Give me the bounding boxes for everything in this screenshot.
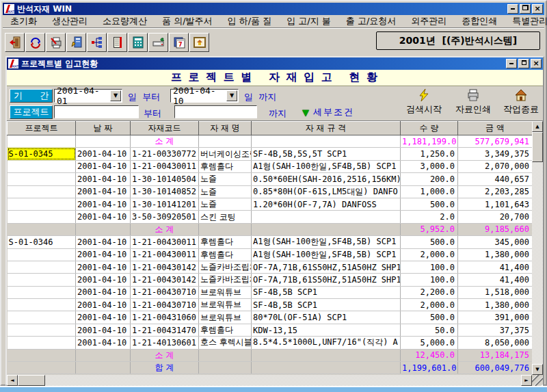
horizontal-scroll-thumb[interactable] [18,375,45,386]
project-from-input[interactable] [54,105,139,118]
cell-date[interactable] [76,135,131,148]
cell-date[interactable]: 2001-04-10 [76,248,131,261]
cell-name[interactable] [199,349,252,361]
cell-qty[interactable]: 2,000.0 [401,248,458,261]
header-amount[interactable]: 금 액 [458,122,533,135]
cell-project[interactable] [8,135,76,148]
cell-date[interactable]: 2001-04-10 [76,324,131,336]
chevron-down-icon[interactable]: ▼ [226,90,237,101]
toolbar-device-button[interactable] [148,33,168,52]
menu-special[interactable]: 특별관리 [505,14,547,28]
cell-name[interactable]: 후렘홀다 [199,324,252,336]
cell-project[interactable] [8,261,76,273]
cell-spec[interactable]: A1형(SAH-100한일,SF4B,5B) SCP1 [252,160,401,172]
cell-amount[interactable]: 600,049,776 [458,362,533,374]
table-row[interactable]: 소 계 1,181,199.0 577,679,941 [8,135,533,148]
cell-spec[interactable]: 80*70L(OF-51A) SCP1 [252,311,401,324]
table-row[interactable]: 2001-04-10 1-21-40130601 호스 후렉시블 8.5*4.5… [8,337,533,349]
restore-button[interactable] [520,4,531,14]
menu-arrival-quality[interactable]: 입 하/품 질 [220,14,280,28]
table-row[interactable]: S-01-0346 2001-04-10 1-21-00430011 후렘홀다 … [8,236,533,248]
cell-code[interactable]: 1-21-00430142 [131,274,199,286]
cell-date[interactable]: 2001-04-10 [76,299,131,311]
cell-code[interactable]: 1-21-00431060 [131,311,199,324]
header-date[interactable]: 날 짜 [76,122,131,135]
table-row[interactable]: 2001-04-10 1-21-00430710 브로워튜브 SF-4B,5B … [8,299,533,311]
table-row[interactable]: 2001-04-10 1-30-10140852 노즐 0.85*80H(OF-… [8,185,533,198]
cell-project[interactable] [8,173,76,185]
cell-project[interactable] [8,274,76,286]
detail-condition-toggle[interactable]: ▼ 세부조건 [302,106,354,118]
cell-date[interactable]: 2001-04-10 [76,160,131,172]
cell-name[interactable]: 후렘홀다 [199,236,252,248]
vertical-scrollbar[interactable]: ▲ ▼ [532,121,543,375]
cell-amount[interactable]: 345,000 [458,236,533,248]
cell-project[interactable] [8,185,76,198]
cell-spec[interactable]: 0.85*80H(OF-61S,LM5대일) DANFO [252,185,401,198]
cell-code[interactable]: 1-21-40130601 [131,337,199,349]
cell-code[interactable]: 1-30-10140504 [131,173,199,185]
cell-code[interactable]: 1-21-00430011 [131,248,199,261]
cell-name[interactable]: 브로워튜브 [199,311,252,324]
cell-project[interactable]: S-01-0346 [8,236,76,248]
cell-amount[interactable]: 577,679,941 [458,135,533,148]
cell-amount[interactable]: 2,203,285 [458,185,533,198]
menu-init[interactable]: 초기화 [3,14,44,28]
header-qty[interactable]: 수 량 [401,122,458,135]
menu-requirements[interactable]: 소요량계산 [95,14,155,28]
cell-code[interactable]: 소 계 [131,349,199,361]
cell-code[interactable]: 1-21-00431470 [131,324,199,336]
table-row[interactable]: 2001-04-10 1-21-00430142 노즐카바조립체 OF-7A,7… [8,261,533,273]
close-button[interactable]: × [532,4,543,14]
cell-name[interactable]: 버너케이싱조립 [199,148,252,160]
table-row[interactable]: 2001-04-10 1-30-10140504 노즐 0.50*60EH(SA… [8,173,533,185]
cell-qty[interactable]: 1,250.0 [401,148,458,160]
table-row[interactable]: 소 계 12,450.0 13,184,175 [8,349,533,361]
header-name[interactable]: 자 재 명 [199,122,252,135]
toolbar-exit-button[interactable] [5,33,25,52]
scroll-up-button[interactable]: ▲ [532,121,543,132]
date-to-combo[interactable]: 2001-04-10 ▼ [170,89,239,103]
cell-spec[interactable]: SF-4B,5B,5S,5T SCP1 [252,148,401,160]
cell-date[interactable]: 2001-04-10 [76,236,131,248]
cell-name[interactable]: 브로워튜브 [199,299,252,311]
cell-spec[interactable]: 8.5*4.5*1000L,UNF7/16"(직각) A [252,337,401,349]
cell-amount[interactable]: 440,657 [458,173,533,185]
cell-date[interactable]: 2001-04-10 [76,274,131,286]
menu-order[interactable]: 품 의/발주서 [155,14,220,28]
cell-name[interactable]: 호스 후렉시블 [199,337,252,349]
cell-amount[interactable]: 8,050,000 [458,337,533,349]
menu-outsourcing[interactable]: 외주관리 [403,14,454,28]
data-print-button[interactable]: 자료인쇄 [451,88,496,118]
cell-amount[interactable]: 1,380,000 [458,299,533,311]
cell-qty[interactable]: 2.0 [401,211,458,223]
cell-code[interactable]: 소 계 [131,223,199,235]
cell-code[interactable]: 1-21-00430011 [131,236,199,248]
cell-date[interactable] [76,362,131,374]
cell-code[interactable]: 1-21-00430142 [131,261,199,273]
cell-spec[interactable]: OF-7A,71B,61S50HZ,51A50HZ SHP1 [252,261,401,273]
child-close-button[interactable]: × [531,59,542,68]
toolbar-picture-home-button[interactable] [189,33,209,52]
cell-spec[interactable]: A1형(SAH-100한일,SF4B,5B) SCP1 [252,236,401,248]
cell-spec[interactable] [252,135,401,148]
cell-project[interactable] [8,299,76,311]
cell-name[interactable]: 노즐카바조립체 [199,261,252,273]
cell-spec[interactable]: 1.20*60H(OF-7,7A) DANFOSS [252,198,401,210]
scroll-down-button[interactable]: ▼ [532,364,543,375]
cell-project[interactable] [8,198,76,210]
cell-spec[interactable] [252,211,401,223]
cell-qty[interactable]: 3,000.0 [401,160,458,172]
scroll-left-button[interactable]: ◄ [7,375,18,386]
cell-project[interactable] [8,286,76,298]
cell-qty[interactable]: 1,181,199.0 [401,135,458,148]
toolbar-document-write-button[interactable] [66,33,86,52]
cell-amount[interactable]: 41,400 [458,274,533,286]
cell-name[interactable]: 후렘홀다 [199,160,252,172]
toolbar-refresh-button[interactable] [25,33,45,52]
cell-project[interactable] [8,248,76,261]
cell-code[interactable]: 1-21-00330772 [131,148,199,160]
cell-qty[interactable]: 50.0 [401,324,458,336]
cell-spec[interactable]: SF-4B,5B SCP1 [252,286,401,298]
cell-project[interactable] [8,349,76,361]
